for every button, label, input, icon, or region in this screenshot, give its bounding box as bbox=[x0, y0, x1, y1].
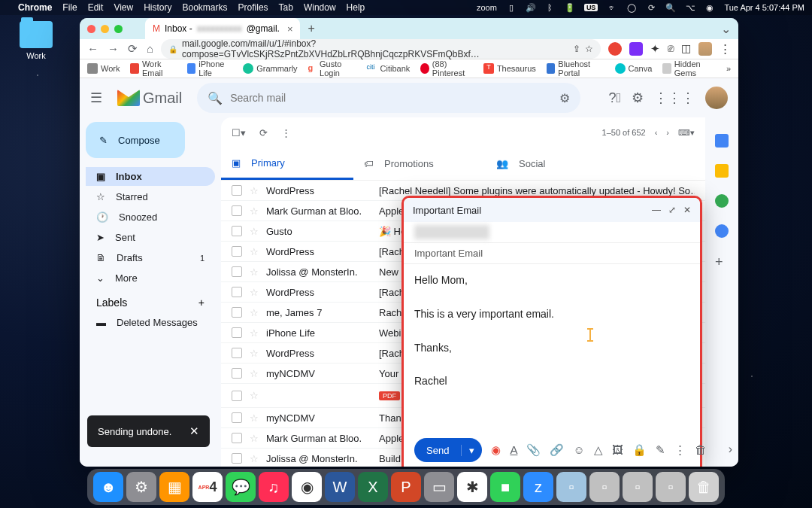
dock-excel[interactable]: X bbox=[358, 472, 388, 502]
row-checkbox[interactable] bbox=[232, 433, 242, 443]
row-star-icon[interactable]: ☆ bbox=[250, 226, 259, 237]
row-checkbox[interactable] bbox=[232, 246, 242, 257]
bookmark-thesaurus[interactable]: TThesaurus bbox=[483, 63, 536, 74]
image-icon[interactable]: 🖼 bbox=[612, 443, 623, 457]
bookmark-hidden-gems[interactable]: Hidden Gems bbox=[662, 59, 716, 78]
row-checkbox[interactable] bbox=[232, 226, 242, 236]
send-button[interactable]: Send ▾ bbox=[414, 438, 482, 462]
volume-icon[interactable]: 🔊 bbox=[526, 2, 536, 13]
sidepanel-icon[interactable]: ◫ bbox=[681, 42, 691, 56]
dock-zoom[interactable]: z bbox=[523, 472, 553, 502]
tab-overflow-icon[interactable]: ⌄ bbox=[721, 22, 731, 36]
bookmarks-overflow-icon[interactable]: » bbox=[726, 64, 731, 73]
format-color-icon[interactable]: ◉ bbox=[491, 443, 501, 457]
dock-word[interactable]: W bbox=[325, 472, 355, 502]
row-checkbox[interactable] bbox=[232, 348, 242, 358]
compose-header[interactable]: Important Email — ⤢ ✕ bbox=[404, 198, 700, 222]
dismiss-toast-icon[interactable]: ✕ bbox=[189, 424, 199, 438]
bookmark-pinterest[interactable]: (88) Pinterest bbox=[420, 59, 473, 78]
dock-trash[interactable]: 🗑 bbox=[689, 472, 719, 502]
bookmark-work[interactable]: Work bbox=[87, 63, 120, 74]
tasks-addon-icon[interactable] bbox=[715, 194, 729, 208]
search-options-icon[interactable]: ⚙ bbox=[559, 91, 570, 105]
desktop-folder-work[interactable]: Work bbox=[14, 21, 59, 60]
siri-icon[interactable]: ◉ bbox=[704, 2, 715, 13]
row-star-icon[interactable]: ☆ bbox=[250, 412, 259, 424]
fullscreen-compose-icon[interactable]: ⤢ bbox=[668, 205, 676, 215]
main-menu-icon[interactable]: ☰ bbox=[90, 90, 102, 106]
nav-drafts[interactable]: 🗎Drafts1 bbox=[86, 248, 215, 267]
calendar-addon-icon[interactable] bbox=[715, 134, 729, 148]
to-field[interactable]: xxx bbox=[404, 222, 700, 243]
dock-app1[interactable]: ▭ bbox=[424, 472, 454, 502]
row-star-icon[interactable]: ☆ bbox=[250, 348, 259, 359]
search-icon[interactable]: 🔍 bbox=[665, 2, 676, 13]
wifi-icon[interactable]: ᯤ bbox=[607, 2, 617, 13]
search-bar[interactable]: 🔍 ⚙ bbox=[197, 83, 580, 113]
dock-settings[interactable]: ⚙ bbox=[126, 472, 156, 502]
tab-primary[interactable]: ▣Primary bbox=[221, 148, 353, 180]
more-options-icon[interactable]: ⋮ bbox=[674, 443, 686, 457]
keep-addon-icon[interactable] bbox=[715, 164, 729, 178]
row-checkbox[interactable] bbox=[232, 391, 242, 401]
dock-app3[interactable]: ▫ bbox=[623, 472, 653, 502]
row-star-icon[interactable]: ☆ bbox=[250, 453, 259, 464]
close-window-button[interactable] bbox=[87, 25, 95, 33]
bookmark-work-email[interactable]: Work Email bbox=[130, 59, 176, 78]
dock-powerpoint[interactable]: P bbox=[391, 472, 421, 502]
bookmark-canva[interactable]: Canva bbox=[615, 63, 653, 74]
row-checkbox[interactable] bbox=[232, 453, 242, 464]
bookmark-star-icon[interactable]: ☆ bbox=[585, 44, 593, 54]
search-input[interactable] bbox=[230, 92, 552, 104]
nav-starred[interactable]: ☆Starred bbox=[86, 187, 215, 206]
nav-inbox[interactable]: ▣Inbox bbox=[86, 167, 215, 186]
close-compose-icon[interactable]: ✕ bbox=[683, 205, 691, 215]
minimize-window-button[interactable] bbox=[101, 25, 109, 33]
row-star-icon[interactable]: ☆ bbox=[250, 205, 259, 217]
next-page-icon[interactable]: › bbox=[666, 128, 669, 137]
browser-tab[interactable]: M Inbox - xxxxxxxxxx @gmail. × bbox=[145, 18, 300, 39]
address-bar[interactable]: 🔒 mail.google.com/mail/u/1/#inbox?compos… bbox=[161, 39, 601, 59]
discard-draft-icon[interactable]: 🗑 bbox=[695, 443, 707, 457]
attach-icon[interactable]: 📎 bbox=[526, 443, 541, 457]
input-tools-icon[interactable]: ⌨▾ bbox=[678, 128, 695, 138]
extension-1[interactable] bbox=[608, 42, 622, 56]
input-source[interactable]: US bbox=[584, 4, 598, 11]
settings-icon[interactable]: ⚙ bbox=[632, 90, 644, 106]
signature-icon[interactable]: ✎ bbox=[656, 443, 665, 457]
row-checkbox[interactable] bbox=[232, 185, 242, 196]
menu-profiles[interactable]: Profiles bbox=[238, 2, 268, 13]
nav-snoozed[interactable]: 🕐Snoozed bbox=[86, 208, 215, 227]
menu-file[interactable]: File bbox=[62, 2, 77, 13]
share-icon[interactable]: ⇪ bbox=[573, 44, 580, 54]
row-checkbox[interactable] bbox=[232, 205, 242, 216]
drive-icon[interactable]: △ bbox=[594, 443, 603, 457]
tablet-icon[interactable]: ▯ bbox=[506, 2, 517, 13]
new-tab-button[interactable]: + bbox=[308, 22, 314, 35]
bluetooth-icon[interactable]: ᛒ bbox=[545, 2, 556, 13]
emoji-icon[interactable]: ☺ bbox=[573, 443, 584, 457]
dock-calendar[interactable]: APR4 bbox=[192, 472, 223, 502]
dock-app4[interactable]: ▫ bbox=[656, 472, 686, 502]
dock-finder[interactable]: ☻ bbox=[93, 472, 123, 502]
back-button[interactable]: ← bbox=[87, 42, 98, 56]
extensions-icon[interactable]: ✦ bbox=[650, 42, 660, 56]
row-checkbox[interactable] bbox=[232, 327, 242, 338]
profile-avatar[interactable] bbox=[698, 42, 712, 56]
row-star-icon[interactable]: ☆ bbox=[250, 327, 259, 339]
menu-bookmarks[interactable]: Bookmarks bbox=[183, 2, 228, 13]
menu-window[interactable]: Window bbox=[304, 2, 336, 13]
row-star-icon[interactable]: ☆ bbox=[250, 246, 259, 257]
user-icon[interactable]: ◯ bbox=[626, 2, 637, 13]
dock-preview[interactable]: ▫ bbox=[556, 472, 586, 502]
select-all-checkbox[interactable]: ☐▾ bbox=[232, 127, 246, 138]
menu-edit[interactable]: Edit bbox=[88, 2, 104, 13]
tab-promotions[interactable]: 🏷Promotions bbox=[353, 148, 486, 180]
dock-app2[interactable]: ▫ bbox=[589, 472, 620, 502]
prev-page-icon[interactable]: ‹ bbox=[655, 128, 658, 137]
row-checkbox[interactable] bbox=[232, 368, 242, 379]
apps-icon[interactable]: ⋮⋮⋮ bbox=[654, 90, 695, 106]
account-avatar[interactable] bbox=[705, 87, 728, 109]
bookmark-grammarly[interactable]: Grammarly bbox=[243, 63, 297, 74]
contacts-addon-icon[interactable] bbox=[715, 224, 729, 238]
